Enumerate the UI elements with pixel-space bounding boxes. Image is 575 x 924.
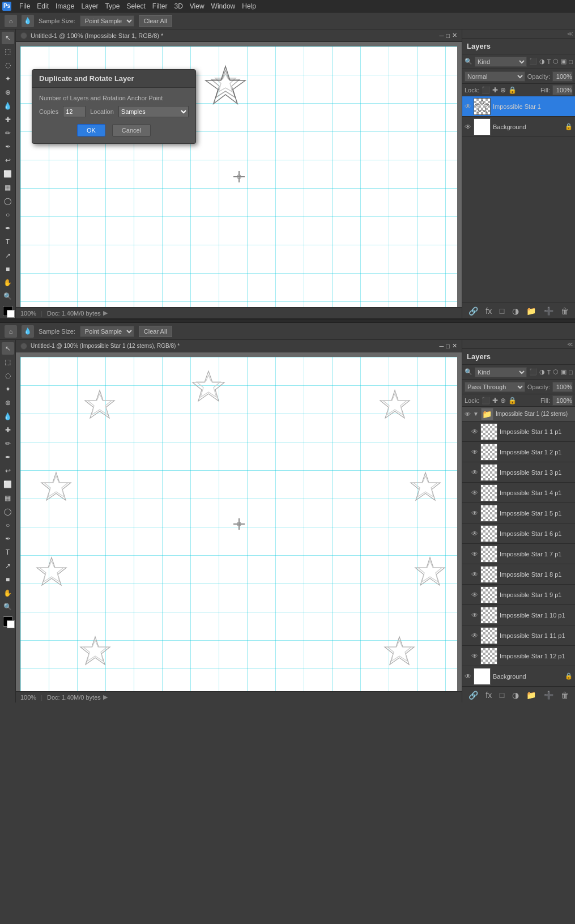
menu-image[interactable]: Image [52,2,78,10]
artboard-icon-2[interactable]: □ [569,369,573,376]
history-tool[interactable]: ↩ [2,154,14,167]
lock-artboard-icon-2[interactable]: ⊕ [500,397,506,404]
type-icon-2[interactable]: T [547,369,551,376]
expand-group-icon[interactable]: ▼ [473,411,479,417]
select-tool-2[interactable]: ⬚ [2,356,14,368]
mask-icon-2[interactable]: □ [500,691,504,700]
path-tool-2[interactable]: ↗ [2,560,14,572]
layer-item-1-6-p1[interactable]: 👁 Impossible Star 1 6 p1 [462,523,575,544]
top-blend-select[interactable]: Normal [465,71,525,82]
shape-tool[interactable]: ■ [2,263,14,275]
type-icon[interactable]: T [547,58,551,65]
layer-item-1-10-p1[interactable]: 👁 Impossible Star 1 10 p1 [462,605,575,625]
magic-wand-tool[interactable]: ✦ [2,73,14,85]
lasso-tool-2[interactable]: ◌ [2,369,14,382]
layer-item-1-2-p1[interactable]: 👁 Impossible Star 1 2 p1 [462,442,575,462]
layer-eye-1-8[interactable]: 👁 [471,570,478,578]
menu-window[interactable]: Window [208,2,239,10]
bottom-minimize-btn[interactable]: ─ [440,343,444,350]
layer-eye-bg[interactable]: 👁 [465,123,471,131]
layer-eye-1-5[interactable]: 👁 [471,509,478,517]
lock-artboard-icon[interactable]: ⊕ [500,86,506,94]
lock-position-icon[interactable]: ✚ [492,86,498,94]
copies-input[interactable]: 12 [63,106,86,117]
layer-group-star-12stems[interactable]: 👁 ▼ 📁 Impossible Star 1 (12 stems) [462,407,575,421]
group-icon[interactable]: 📁 [526,306,536,316]
delete-icon-2[interactable]: 🗑 [561,691,569,700]
crop-tool[interactable]: ⊕ [2,86,14,99]
magic-wand-tool-2[interactable]: ✦ [2,383,14,395]
home-icon[interactable]: ⌂ [5,15,17,27]
stamp-tool-2[interactable]: ✒ [2,451,14,463]
expand-icon-2[interactable]: ▶ [103,693,108,701]
layer-eye-group[interactable]: 👁 [465,411,471,418]
menu-view[interactable]: View [186,2,208,10]
layer-item-1-7-p1[interactable]: 👁 Impossible Star 1 7 p1 [462,544,575,564]
menu-type[interactable]: Type [101,2,123,10]
smart-icon[interactable]: ▣ [561,58,567,65]
stamp-tool[interactable]: ✒ [2,140,14,153]
layer-eye-1-9[interactable]: 👁 [471,591,478,599]
dialog-cancel-button[interactable]: Cancel [112,124,151,137]
zoom-tool[interactable]: 🔍 [2,290,14,303]
pen-tool-2[interactable]: ✒ [2,533,14,545]
fx-icon[interactable]: fx [485,306,492,316]
lock-all-icon[interactable]: 🔒 [508,86,517,94]
shape-tool-2[interactable]: ■ [2,573,14,586]
mask-icon[interactable]: □ [500,306,504,316]
eyedropper-btn-2[interactable]: 💧 [2,410,14,423]
layer-eye-1-4[interactable]: 👁 [471,489,478,497]
lasso-tool[interactable]: ◌ [2,59,14,71]
path-tool[interactable]: ↗ [2,249,14,262]
layer-item-1-9-p1[interactable]: 👁 Impossible Star 1 9 p1 [462,585,575,605]
delete-icon[interactable]: 🗑 [561,306,569,316]
type-tool-2[interactable]: T [2,546,14,559]
expand-icon[interactable]: ▶ [103,309,108,317]
menu-help[interactable]: Help [238,2,259,10]
foreground-color-2[interactable] [3,616,13,627]
artboard-icon[interactable]: □ [569,58,573,65]
adjust-icon[interactable]: ◑ [539,58,545,65]
lock-position-icon-2[interactable]: ✚ [492,397,498,404]
bottom-maximize-btn[interactable]: □ [446,343,450,350]
layer-item-1-11-p1[interactable]: 👁 Impossible Star 1 11 p1 [462,625,575,646]
layer-item-background[interactable]: 👁 Background 🔒 [462,117,575,137]
layer-item-1-5-p1[interactable]: 👁 Impossible Star 1 5 p1 [462,503,575,523]
collapse-arrow-bottom[interactable]: ≪ [567,341,573,347]
heal-tool[interactable]: ✚ [2,113,14,126]
sample-size-select[interactable]: Point Sample [80,15,134,27]
layer-eye-1-1[interactable]: 👁 [471,428,478,436]
layer-eye-star1[interactable]: 👁 [465,103,471,110]
group-icon-2[interactable]: 📁 [526,691,536,700]
menu-layer[interactable]: Layer [78,2,101,10]
layer-item-1-8-p1[interactable]: 👁 Impossible Star 1 8 p1 [462,564,575,585]
dodge-tool[interactable]: ○ [2,208,14,221]
bottom-kind-select[interactable]: Kind [475,367,527,377]
zoom-tool-2[interactable]: 🔍 [2,601,14,613]
layer-eye-1-3[interactable]: 👁 [471,469,478,476]
menu-edit[interactable]: Edit [33,2,52,10]
collapse-arrow-top[interactable]: ≪ [567,31,573,37]
opacity-input-top[interactable]: 100% [552,71,573,82]
lock-all-icon-2[interactable]: 🔒 [508,397,517,404]
clear-all-button[interactable]: Clear All [139,15,172,27]
bottom-blend-select[interactable]: Pass Through [465,382,525,392]
lock-pixel-icon[interactable]: ⬛ [482,86,490,94]
heal-tool-2[interactable]: ✚ [2,424,14,436]
brush-tool[interactable]: ✏ [2,127,14,139]
layer-eye-1-12[interactable]: 👁 [471,652,478,660]
gradient-tool-2[interactable]: ▦ [2,492,14,504]
history-tool-2[interactable]: ↩ [2,465,14,477]
home-icon-2[interactable]: ⌂ [5,325,17,338]
select-tool[interactable]: ⬚ [2,45,14,58]
crop-tool-2[interactable]: ⊕ [2,397,14,409]
top-close-btn[interactable]: ✕ [452,32,457,39]
foreground-color[interactable] [3,306,13,316]
top-minimize-btn[interactable]: ─ [440,32,444,39]
top-maximize-btn[interactable]: □ [446,32,450,39]
layer-item-background-2[interactable]: 👁 Background 🔒 [462,666,575,687]
layer-item-1-3-p1[interactable]: 👁 Impossible Star 1 3 p1 [462,462,575,483]
location-select[interactable]: SamplesCenterCustom [118,106,189,117]
top-kind-select[interactable]: Kind [475,57,527,67]
layer-eye-bg-2[interactable]: 👁 [465,672,471,680]
